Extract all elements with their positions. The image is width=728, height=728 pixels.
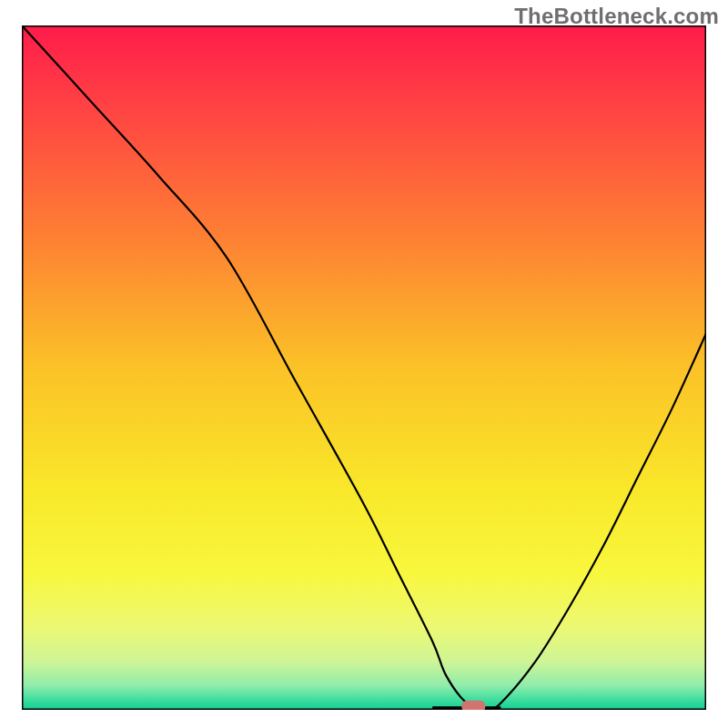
watermark-text: TheBottleneck.com [514,4,719,29]
optimal-point-marker [461,701,485,710]
chart-frame: TheBottleneck.com [0,0,728,728]
bottleneck-chart [22,25,706,710]
plot-background [22,25,706,710]
